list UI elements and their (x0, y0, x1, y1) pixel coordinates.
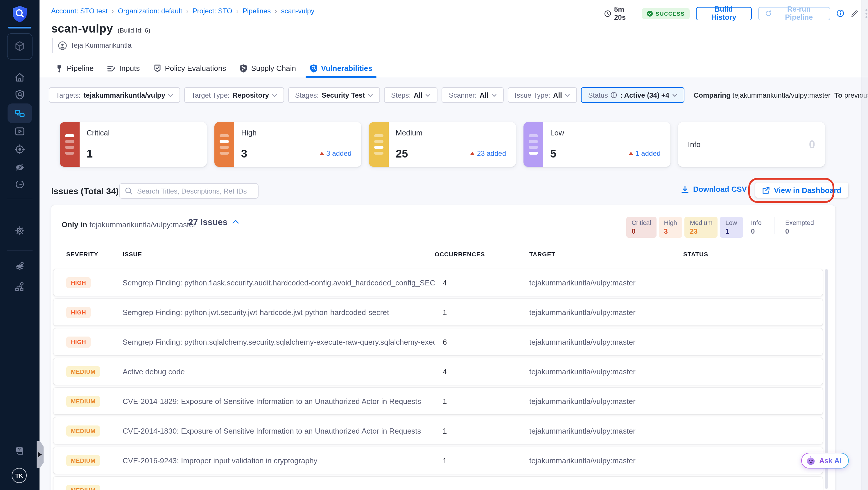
sidebar-exemptions-eye-off-icon[interactable] (0, 161, 39, 173)
occurrences-count: 1 (435, 456, 529, 465)
page-header: Account: STO test › Organization: defaul… (39, 0, 868, 60)
sidebar-divider (7, 199, 33, 200)
issue-type-filter[interactable]: Issue Type:All (508, 87, 577, 103)
page-title: scan-vulpy (51, 22, 113, 35)
target-type-filter[interactable]: Target Type:Repository (184, 87, 284, 103)
scanner-filter[interactable]: Scanner:All (442, 87, 504, 103)
execution-tabs: Pipeline Inputs Policy Evaluations Suppl… (39, 60, 868, 77)
module-active-indicator (8, 27, 31, 29)
tab-inputs[interactable]: Inputs (105, 60, 142, 77)
view-in-dashboard-button[interactable]: View in Dashboard (755, 183, 848, 197)
issue-title: Semgrep Finding: python.flask.security.a… (123, 278, 435, 287)
low-card[interactable]: Low 5 1 added (524, 122, 671, 167)
tab-supply-chain[interactable]: Supply Chain (238, 60, 298, 77)
expand-arrow-icon (38, 452, 42, 457)
occurrences-count: 4 (435, 367, 529, 376)
issue-title: CVE-2016-9243: Improper input validation… (123, 456, 435, 465)
sidebar-pipelines-icon[interactable] (0, 108, 39, 119)
table-row[interactable]: MEDIUM (54, 477, 823, 490)
sidebar-home-icon[interactable] (0, 71, 39, 83)
chip-high[interactable]: High3 (658, 217, 682, 238)
build-history-button[interactable]: Build History (696, 7, 751, 20)
chip-critical[interactable]: Critical0 (626, 217, 656, 238)
col-target: TARGET (529, 250, 683, 257)
tab-pipeline[interactable]: Pipeline (54, 60, 96, 77)
steps-filter[interactable]: Steps:All (384, 87, 438, 103)
breadcrumb-org-link[interactable]: Organization: default (118, 7, 182, 15)
severity-badge: HIGH (66, 277, 91, 288)
table-row[interactable]: HIGH Semgrep Finding: python.jwt.securit… (54, 299, 823, 326)
breadcrumb-account-link[interactable]: Account: STO test (51, 7, 107, 15)
medium-card[interactable]: Medium 25 23 added (369, 122, 516, 167)
ai-mascot-icon (806, 456, 816, 466)
chip-low[interactable]: Low1 (720, 217, 743, 238)
table-row[interactable]: HIGH Semgrep Finding: python.flask.secur… (54, 269, 823, 296)
sto-shield-logo-icon[interactable] (0, 5, 39, 24)
issues-search-input[interactable] (136, 186, 253, 195)
rerun-pipeline-button[interactable]: Re-run Pipeline (758, 7, 831, 20)
table-row[interactable]: MEDIUM CVE-2014-1830: Exposure of Sensit… (54, 417, 823, 444)
chip-info[interactable]: Info0 (746, 217, 769, 238)
severity-badge: MEDIUM (66, 366, 100, 377)
chip-medium[interactable]: Medium23 (685, 217, 718, 238)
build-id-label: (Build Id: 6) (118, 27, 151, 34)
chevron-down-icon (168, 93, 174, 97)
table-row[interactable]: MEDIUM CVE-2016-9243: Improper input val… (54, 447, 823, 474)
medium-count: 25 (396, 148, 408, 160)
triangle-up-icon (319, 152, 324, 155)
breadcrumb-pipelines-link[interactable]: Pipelines (243, 7, 271, 15)
chip-exempted[interactable]: Exempted0 (780, 217, 819, 238)
target-name: tejakummarikuntla/vulpy:master (529, 397, 683, 405)
group-issues-count-toggle[interactable]: 27 Issues (188, 217, 239, 227)
breadcrumb-separator: › (186, 7, 188, 14)
svg-text:?: ? (18, 447, 21, 452)
group-only-in-label: Only in tejakummarikuntla/vulpy:master (62, 220, 196, 229)
filter-bar: Targets:tejakummarikuntla/vulpy Target T… (49, 87, 863, 103)
sidebar-getting-started-icon[interactable] (0, 179, 39, 190)
issues-total-title: Issues (Total 34) (51, 186, 119, 196)
clock-icon (604, 9, 611, 17)
tab-vulnerabilities[interactable]: Vulnerabilities (308, 60, 374, 77)
sidebar-executions-icon[interactable] (0, 126, 39, 137)
sidebar-default-settings-layers-icon[interactable] (0, 261, 39, 272)
issue-title: CVE-2014-1830: Exposure of Sensitive Inf… (123, 426, 435, 435)
sidebar-org-resources-icon[interactable] (0, 281, 39, 293)
module-selector-cube-icon[interactable] (7, 33, 33, 60)
policy-evaluations-tab-icon (153, 64, 161, 73)
medium-severity-bars-icon (369, 122, 389, 167)
issue-title: Semgrep Finding: python.jwt.security.jwt… (123, 308, 435, 316)
high-added-delta: 3 added (319, 149, 351, 157)
external-link-icon (762, 186, 770, 194)
info-card[interactable]: Info 0 (678, 122, 825, 167)
col-status: STATUS (683, 250, 823, 257)
table-row[interactable]: HIGH Semgrep Finding: python.sqlalchemy.… (54, 329, 823, 355)
edit-pencil-icon[interactable] (851, 9, 859, 18)
sidebar-help-chat-icon[interactable]: ? (0, 445, 39, 456)
breadcrumb-separator: › (112, 7, 114, 14)
table-row[interactable]: MEDIUM Active debug code 4 tejakummariku… (54, 358, 823, 385)
stages-filter[interactable]: Stages:Security Test (288, 87, 380, 103)
user-avatar[interactable]: TK (11, 468, 27, 483)
download-icon (681, 185, 689, 193)
col-occurrences: OCCURRENCES (435, 250, 529, 257)
breadcrumb-project-link[interactable]: Project: STO (193, 7, 232, 15)
high-severity-bars-icon (214, 122, 234, 167)
critical-card[interactable]: Critical 1 (60, 122, 207, 167)
breadcrumb-current-link[interactable]: scan-vulpy (281, 7, 315, 15)
sidebar-settings-gear-icon[interactable] (0, 225, 39, 237)
browser-scrollbar-gutter[interactable] (861, 0, 868, 490)
high-card[interactable]: High 3 3 added (214, 122, 361, 167)
sidebar-expand-handle[interactable] (37, 441, 43, 468)
download-csv-button[interactable]: Download CSV (681, 185, 747, 193)
targets-filter[interactable]: Targets:tejakummarikuntla/vulpy (49, 87, 180, 103)
info-icon[interactable] (837, 9, 844, 18)
target-name: tejakummarikuntla/vulpy:master (529, 426, 683, 435)
target-name: tejakummarikuntla/vulpy:master (529, 278, 683, 287)
ask-ai-button[interactable]: Ask AI (801, 453, 849, 468)
table-row[interactable]: MEDIUM CVE-2014-1829: Exposure of Sensit… (54, 388, 823, 415)
severity-badge: MEDIUM (66, 426, 100, 436)
sidebar-test-targets-icon[interactable] (0, 89, 39, 100)
tab-policy-evaluations[interactable]: Policy Evaluations (151, 60, 228, 77)
status-filter[interactable]: Status : Active (34) +4 (581, 87, 684, 103)
sidebar-targets-icon[interactable] (0, 144, 39, 155)
